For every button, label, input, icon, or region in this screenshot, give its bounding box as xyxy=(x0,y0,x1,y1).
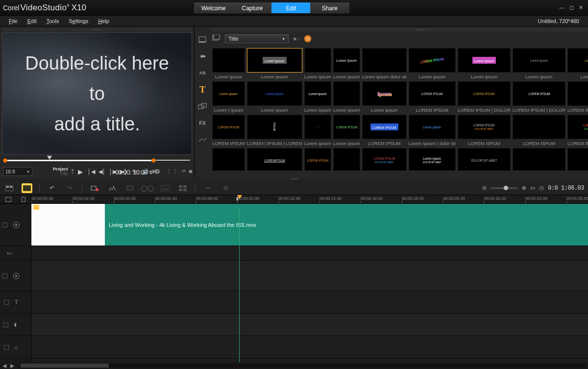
title-preset[interactable]: Lorem ipsum xyxy=(304,48,331,79)
menu-settings[interactable]: Settings xyxy=(65,17,92,25)
title-preset[interactable]: Lorem ipsumLorem ipsum xyxy=(247,81,302,113)
title-preset[interactable]: IPSUMLOREM | IPSUM | LOREM xyxy=(247,115,302,146)
minimize-button[interactable]: — xyxy=(559,4,564,11)
preview-canvas[interactable]: Double-click here to add a title. xyxy=(2,32,192,155)
multicam-button[interactable] xyxy=(177,183,188,193)
zoom-out-button[interactable]: ⊖ xyxy=(482,185,487,191)
title-preset[interactable]: LOREM IPSUMLOREM IPSUM xyxy=(409,81,456,113)
lib-tab-graphic[interactable] xyxy=(197,101,208,112)
scroll-left-button[interactable]: ◀ xyxy=(2,363,7,369)
title-preset[interactable]: LOREM IPSUMLorem ipsum xyxy=(333,115,360,146)
tab-welcome[interactable]: Welcome xyxy=(194,2,233,13)
ruler-head[interactable] xyxy=(0,195,31,203)
lib-tab-sound[interactable] xyxy=(197,51,208,62)
title-preset[interactable]: LOREMIPSUM xyxy=(247,148,302,171)
play-button[interactable]: ▶ xyxy=(75,167,86,176)
title-preset[interactable]: Lorem ipsum xyxy=(333,81,360,113)
storyboard-view-button[interactable] xyxy=(4,183,15,193)
timecode-stepper[interactable] xyxy=(149,168,158,176)
title-preset[interactable]: LOREM IPSUMLorem ipsum xyxy=(409,48,456,79)
lib-badge-icon[interactable] xyxy=(304,35,312,43)
title-preset[interactable]: Lorem ipsum xyxy=(212,48,245,79)
title-preset[interactable]: LOREM IPSUM xyxy=(304,148,331,171)
tab-capture[interactable]: Capture xyxy=(233,2,272,13)
title-preset[interactable] xyxy=(513,148,565,171)
zoom-in-button[interactable]: ⊕ xyxy=(522,185,526,191)
title-preset[interactable]: LOREM IPSUM | DOLOR xyxy=(567,81,588,113)
music-track-header[interactable]: ♫ xyxy=(0,336,31,359)
menu-help[interactable]: Help xyxy=(94,17,113,25)
track-motion-button[interactable]: ◯◯ xyxy=(142,183,153,193)
title-preset[interactable]: Lorem IpsumLorem Ipsum | dolor sit xyxy=(409,115,456,146)
title-track-header[interactable]: T xyxy=(0,291,31,314)
preview-scrubber[interactable] xyxy=(3,157,191,164)
voice-track-header[interactable] xyxy=(0,314,31,336)
menu-edit[interactable]: Edit xyxy=(24,17,41,25)
timeline-scrollbar[interactable]: ◀ ▶ xyxy=(0,362,588,369)
title-preset[interactable]: Lorem IpsumLorem | ipsum xyxy=(212,81,245,113)
title-preset[interactable]: · · ·Lorem ipsum xyxy=(304,115,331,146)
timeline-ruler[interactable]: ▮ 00:00:00.0000:00:02.0000:00:04.0000:00… xyxy=(31,195,588,203)
title-preset[interactable]: LOREM IPSUMLOREM IPSUM | DOLOR xyxy=(513,81,565,113)
aspect-ratio-select[interactable]: 16:9▼ xyxy=(3,167,32,176)
panel-grip[interactable] xyxy=(212,28,588,31)
zoom-slider[interactable] xyxy=(490,187,518,189)
preview-timecode[interactable]: 00:00: 10:03 xyxy=(115,169,147,176)
title-preset[interactable] xyxy=(212,148,245,171)
scrollbar-thumb[interactable] xyxy=(21,364,109,368)
maximize-button[interactable]: ◻ xyxy=(569,4,574,11)
tab-share[interactable]: Share xyxy=(310,2,349,13)
title-preset[interactable]: LOREM IPSUMDOLOR SIT AMETLOREM ISPUM xyxy=(458,115,511,146)
title-preset[interactable] xyxy=(333,148,360,171)
project-duration[interactable]: 0:0 1:06.03 xyxy=(548,185,584,192)
playhead[interactable] xyxy=(237,195,242,199)
lib-tab-transition[interactable]: AB xyxy=(197,68,208,78)
goto-start-button[interactable]: │◀ xyxy=(87,167,97,176)
title-preset[interactable]: DOLOR SIT AMET xyxy=(458,148,511,171)
title-preset[interactable]: ·LOREM ISPUM xyxy=(513,115,565,146)
title-preset[interactable]: Lorem ipsumLorem ipsum xyxy=(513,48,565,79)
library-category-select[interactable]: Title▼ xyxy=(225,34,289,43)
title-preset[interactable]: LOREM IPSUMLOREM IPSUM xyxy=(212,115,245,146)
playback-mode[interactable]: Project Clip xyxy=(53,167,68,176)
motion-button[interactable]: ⤳ xyxy=(202,183,213,193)
favorites-button[interactable]: ★+ xyxy=(293,36,300,42)
close-button[interactable]: ✕ xyxy=(579,4,583,11)
timeline-view-button[interactable] xyxy=(22,183,32,193)
label-track-header[interactable]: ▾≡ xyxy=(0,246,31,261)
track-area[interactable]: Living and Working - 4k Living & Working… xyxy=(31,204,588,362)
title-preset[interactable]: LOREM IPSUMLOREM IPSUM | DOLOR xyxy=(458,81,511,113)
menu-tools[interactable]: Tools xyxy=(43,17,63,25)
panel-grip[interactable] xyxy=(2,28,192,31)
title-preset[interactable]: Lorem IpsumDOLOR SIT AMET xyxy=(409,148,456,171)
title-preset[interactable]: Lorem ipsum dolor sit xyxy=(362,48,407,79)
title-preset[interactable]: Lorem ipsumLorem ipsum xyxy=(304,81,331,113)
title-preset[interactable]: Lorem IpsumLorem ipsum xyxy=(333,48,360,79)
redo-button[interactable]: ↷ xyxy=(64,183,75,193)
title-preset[interactable]: IpsumLorem ipsum xyxy=(362,81,407,113)
title-preset[interactable]: Lorem ipsumLorem ipsum xyxy=(247,48,302,79)
title-placeholder[interactable]: Double-click here to add a title. xyxy=(2,33,192,154)
scroll-right-button[interactable]: ▶ xyxy=(10,363,15,369)
lib-tab-path[interactable] xyxy=(197,134,208,145)
undo-button[interactable]: ↶ xyxy=(47,183,57,193)
lib-tab-media[interactable] xyxy=(197,34,208,45)
snapshot-button[interactable]: ◙ xyxy=(189,168,193,175)
lib-tab-title[interactable]: T xyxy=(197,84,208,95)
title-preset[interactable]: Lorem ipsumLorem ipsum xyxy=(567,48,588,79)
audio-mixer-button[interactable] xyxy=(107,183,118,193)
title-preset[interactable]: LOREM IPSUMLOREM IPSUM xyxy=(362,115,407,146)
record-button[interactable] xyxy=(89,183,100,193)
fit-project-button[interactable]: ▭ xyxy=(530,185,535,191)
video-track-header[interactable] xyxy=(0,204,31,246)
split-button[interactable]: ✂ xyxy=(182,168,186,175)
pan-zoom-button[interactable]: ⟲ xyxy=(220,183,231,193)
menu-file[interactable]: File xyxy=(5,17,22,25)
title-preset[interactable]: LOREM IPSUMDOLOR SIT AMET xyxy=(362,148,407,171)
gallery-icon[interactable] xyxy=(212,34,221,43)
lib-tab-filter[interactable]: FX xyxy=(197,118,208,128)
title-preset[interactable]: Lorem ipsumLorem ipsum xyxy=(458,48,511,79)
tab-edit[interactable]: Edit xyxy=(271,2,311,13)
mark-out-button[interactable]: 〕 xyxy=(173,168,179,175)
prev-frame-button[interactable]: ◀│ xyxy=(98,167,107,176)
